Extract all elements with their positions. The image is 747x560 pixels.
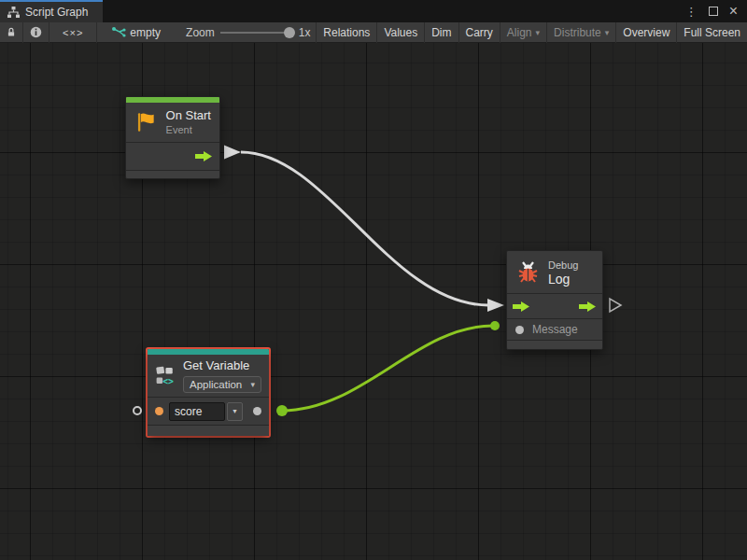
window-menu-icon[interactable]: ⋮: [685, 6, 698, 18]
value-connection-wire[interactable]: [282, 326, 493, 411]
script-graph-icon: [7, 7, 20, 19]
node-category: Debug: [548, 259, 578, 272]
flow-wire-end-arrow-icon: [487, 299, 504, 312]
node-footer: [148, 425, 269, 436]
unconnected-value-input-socket[interactable]: [133, 406, 142, 415]
node-subtitle: Event: [166, 123, 211, 136]
chevron-down-icon: ▾: [250, 380, 255, 389]
get-variable-icon: <>: [155, 362, 176, 389]
graph-asset-button[interactable]: empty: [97, 22, 167, 43]
variable-name-dropdown[interactable]: ▼: [227, 402, 243, 421]
node-debug-log[interactable]: Debug Log Message: [506, 250, 603, 350]
full-screen-button[interactable]: Full Screen: [677, 22, 747, 43]
code-toggle-icon: <×>: [63, 27, 83, 38]
info-icon: [30, 26, 42, 38]
zoom-label: Zoom: [186, 26, 215, 39]
title-bar: Script Graph ⋮ ×: [0, 0, 747, 22]
name-input-port[interactable]: [155, 407, 163, 415]
window-maximize-icon[interactable]: [709, 7, 718, 16]
flow-connection-wire[interactable]: [241, 152, 488, 305]
message-input-port[interactable]: [515, 326, 524, 334]
node-title: Get Variable: [183, 358, 261, 373]
window-close-icon[interactable]: ×: [729, 4, 738, 19]
node-on-start[interactable]: On Start Event: [125, 96, 220, 179]
graph-toolbar: <×> empty Zoom 1x Relations Values Dim C…: [0, 22, 747, 43]
overview-button[interactable]: Overview: [616, 22, 677, 43]
lock-icon: [7, 26, 16, 38]
dim-button[interactable]: Dim: [425, 22, 458, 43]
flow-output-port[interactable]: [195, 150, 213, 162]
node-title: On Start: [166, 108, 211, 123]
node-footer: [507, 340, 602, 349]
chevron-down-icon: ▾: [605, 28, 610, 37]
flag-icon: [134, 110, 159, 134]
node-get-variable[interactable]: <> Get Variable Application ▾ score ▼: [148, 349, 269, 436]
code-view-button[interactable]: <×>: [49, 22, 97, 43]
chevron-down-icon: ▼: [232, 408, 238, 414]
selection-outline: <> Get Variable Application ▾ score ▼: [146, 347, 271, 438]
chevron-down-icon: ▾: [536, 28, 541, 37]
graph-name-label: empty: [130, 26, 161, 39]
variable-scope-dropdown[interactable]: Application ▾: [183, 376, 261, 393]
values-button[interactable]: Values: [377, 22, 425, 43]
flow-output-port[interactable]: [579, 301, 597, 313]
flow-wire-start-arrow-icon: [224, 146, 241, 160]
lock-button[interactable]: [0, 22, 23, 43]
zoom-slider-handle[interactable]: [284, 27, 295, 38]
graph-canvas[interactable]: On Start Event Debug Log: [0, 43, 747, 560]
zoom-slider[interactable]: [220, 32, 293, 34]
distribute-button[interactable]: Distribute▾: [547, 22, 616, 43]
relations-button[interactable]: Relations: [317, 22, 377, 43]
info-button[interactable]: [23, 22, 49, 43]
zoom-value: 1x: [299, 26, 311, 39]
node-title: Log: [548, 272, 578, 287]
scope-value: Application: [190, 379, 242, 390]
bug-icon: [515, 259, 541, 285]
carry-button[interactable]: Carry: [459, 22, 500, 43]
tab-title: Script Graph: [25, 6, 88, 19]
svg-text:<>: <>: [162, 376, 174, 386]
node-footer: [126, 170, 219, 178]
unconnected-flow-output-socket[interactable]: [610, 299, 621, 312]
value-output-port[interactable]: [253, 407, 261, 415]
tab-script-graph[interactable]: Script Graph: [0, 0, 103, 22]
message-port-label: Message: [532, 323, 578, 336]
align-button[interactable]: Align▾: [500, 22, 547, 43]
graph-asset-icon: [112, 27, 126, 38]
variable-name-input[interactable]: score: [169, 402, 225, 421]
flow-input-port[interactable]: [513, 301, 530, 313]
connections-layer: [0, 43, 747, 560]
